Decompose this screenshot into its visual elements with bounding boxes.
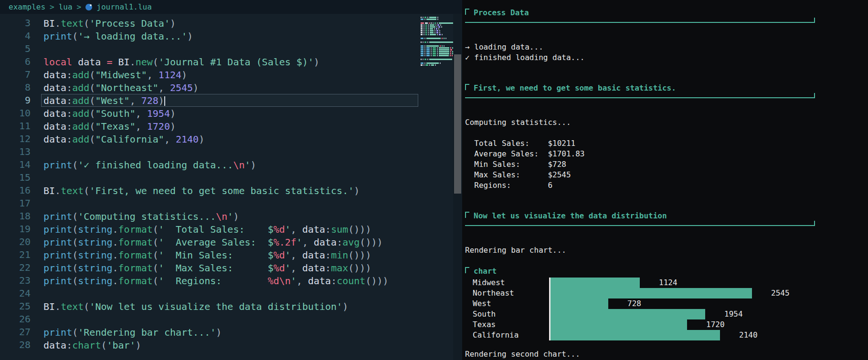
minimap-token xyxy=(427,41,428,43)
code-line[interactable]: 23print(string.format(' Regions: %d\n', … xyxy=(0,274,418,287)
code-line[interactable]: 27print('Rendering bar chart...') xyxy=(0,326,418,339)
minimap-line xyxy=(418,41,453,43)
minimap-token xyxy=(428,26,429,28)
line-number[interactable]: 5 xyxy=(0,42,31,55)
minimap-token xyxy=(433,53,436,54)
line-number[interactable]: 17 xyxy=(0,197,31,210)
line-number[interactable]: 21 xyxy=(0,248,31,261)
code-line[interactable]: 24 xyxy=(0,287,418,300)
line-number[interactable]: 20 xyxy=(0,236,31,248)
code-token: 'bar' xyxy=(106,339,135,351)
bar-category-label: West xyxy=(465,298,549,309)
code-token: ( xyxy=(72,224,78,235)
output-line: Computing statistics... xyxy=(465,117,868,128)
editor-body: 3BI.text('Process Data')4print('→ loadin… xyxy=(0,14,462,360)
breadcrumb-item-lua[interactable]: lua xyxy=(59,2,73,11)
minimap-token xyxy=(423,28,424,30)
code-token: chart xyxy=(72,339,101,351)
line-number[interactable]: 25 xyxy=(0,300,31,313)
minimap-token xyxy=(437,47,438,49)
line-number[interactable]: 8 xyxy=(0,81,31,94)
minimap-token xyxy=(421,28,423,30)
line-number[interactable]: 13 xyxy=(0,145,31,158)
minimap-token xyxy=(429,41,453,43)
code-token: ' xyxy=(285,249,291,261)
editor-scrollbar[interactable] xyxy=(453,14,462,360)
line-number[interactable]: 3 xyxy=(0,17,31,30)
minimap-token xyxy=(421,32,423,33)
line-number[interactable]: 16 xyxy=(0,184,31,197)
code-line[interactable]: 13 xyxy=(0,145,418,158)
minimap-token xyxy=(426,55,430,56)
line-number[interactable]: 23 xyxy=(0,274,31,287)
line-number[interactable]: 10 xyxy=(0,107,31,120)
output-line: ✓ finished loading data... xyxy=(465,52,868,63)
code-token: add xyxy=(72,82,89,93)
code-line[interactable]: 9data:add("West", 728) xyxy=(0,94,418,107)
bar-category-label: Midwest xyxy=(465,278,549,288)
code-line[interactable]: 22print(string.format(' Max Sales: $%d',… xyxy=(0,261,418,274)
code-line[interactable]: 19print(string.format(' Total Sales: $%d… xyxy=(0,223,418,236)
breadcrumb-item-examples[interactable]: examples xyxy=(9,2,45,11)
code-line[interactable]: 10data:add("South", 1954) xyxy=(0,107,418,120)
line-number[interactable]: 7 xyxy=(0,68,31,81)
chart-bar xyxy=(550,298,608,309)
code-line[interactable]: 14print('✓ finished loading data...\n') xyxy=(0,158,418,171)
code-line[interactable]: 12data:add("California", 2140) xyxy=(0,133,418,145)
minimap-token xyxy=(440,24,441,26)
code-token: text xyxy=(61,301,84,312)
code-line[interactable]: 28data:chart('bar') xyxy=(0,339,418,351)
code-line[interactable]: 17 xyxy=(0,197,418,210)
code-token: : xyxy=(66,69,72,81)
line-number[interactable]: 28 xyxy=(0,339,31,351)
code-editor[interactable]: 3BI.text('Process Data')4print('→ loadin… xyxy=(0,14,418,360)
code-line[interactable]: 3BI.text('Process Data') xyxy=(0,17,418,30)
line-number[interactable]: 9 xyxy=(0,94,31,107)
line-number[interactable]: 15 xyxy=(0,171,31,184)
code-token: print xyxy=(43,327,72,338)
breadcrumb-file[interactable]: journal1.lua xyxy=(96,2,152,11)
code-token: '✓ finished loading data... xyxy=(78,159,233,171)
line-number[interactable]: 12 xyxy=(0,133,31,145)
line-number[interactable]: 26 xyxy=(0,313,31,326)
code-token: print xyxy=(43,159,72,171)
code-token: ( xyxy=(153,56,159,68)
minimap-token xyxy=(421,64,423,66)
code-token: print xyxy=(43,262,72,274)
code-line[interactable]: 21print(string.format(' Min Sales: $%d',… xyxy=(0,248,418,261)
code-line[interactable]: 4print('→ loading data...') xyxy=(0,30,418,42)
code-line[interactable]: 16BI.text('First, we need to get some ba… xyxy=(0,184,418,197)
line-number[interactable]: 24 xyxy=(0,287,31,300)
chart-row: Texas1720 xyxy=(465,319,868,330)
minimap-token xyxy=(439,49,449,51)
line-number[interactable]: 4 xyxy=(0,30,31,42)
line-number[interactable]: 22 xyxy=(0,261,31,274)
output-blocks: Process Data→ loading data...✓ finished … xyxy=(465,8,868,360)
line-number[interactable]: 27 xyxy=(0,326,31,339)
chart-row: West728 xyxy=(465,298,868,309)
code-line[interactable]: 5 xyxy=(0,42,418,55)
minimap-token xyxy=(421,30,423,31)
code-line[interactable]: 15 xyxy=(0,171,418,184)
scrollbar-thumb[interactable] xyxy=(454,54,461,194)
code-text: print(string.format(' Min Sales: $%d', d… xyxy=(41,248,418,261)
code-token: , xyxy=(136,108,147,119)
corner-mark-icon xyxy=(465,267,469,273)
code-line[interactable]: 18print('Computing statistics...\n') xyxy=(0,210,418,223)
code-line[interactable]: 11data:add("Texas", 1720) xyxy=(0,120,418,133)
line-number[interactable]: 14 xyxy=(0,158,31,171)
minimap[interactable] xyxy=(418,14,453,360)
code-line[interactable]: 25BI.text('Now let us visualize the data… xyxy=(0,300,418,313)
line-number[interactable]: 18 xyxy=(0,210,31,223)
code-line[interactable]: 20print(string.format(' Average Sales: $… xyxy=(0,236,418,248)
line-number[interactable]: 11 xyxy=(0,120,31,133)
minimap-token xyxy=(424,53,425,54)
code-line[interactable]: 7data:add("Midwest", 1124) xyxy=(0,68,418,81)
code-line[interactable]: 6local data = BI.new('Journal #1 Data (S… xyxy=(0,55,418,68)
line-number[interactable]: 19 xyxy=(0,223,31,236)
output-text-block: Rendering second chart... xyxy=(465,349,868,360)
code-line[interactable]: 26 xyxy=(0,313,418,326)
code-line[interactable]: 8data:add("Northeast", 2545) xyxy=(0,81,418,94)
line-number[interactable]: 6 xyxy=(0,55,31,68)
bar-chart: chartMidwest1124Northeast2545West728Sout… xyxy=(465,266,868,340)
